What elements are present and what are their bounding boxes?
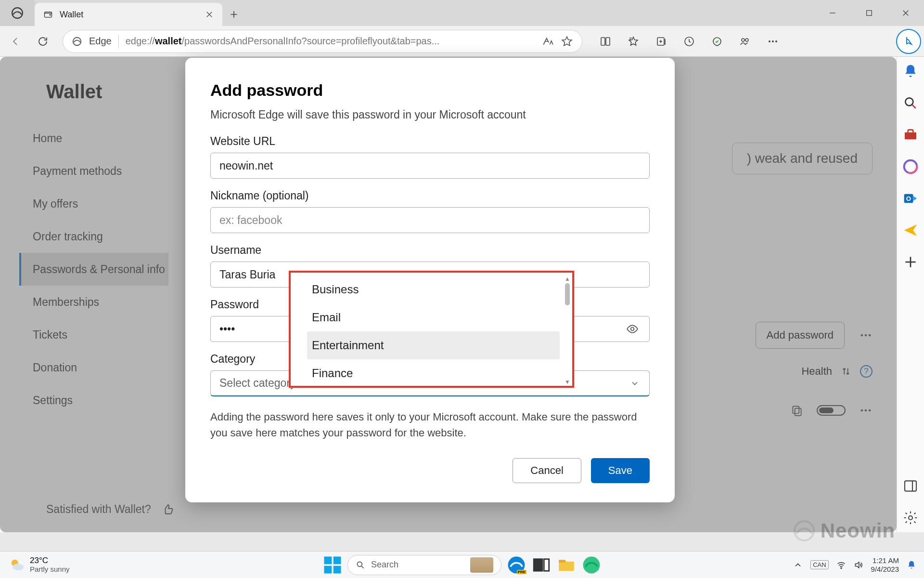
username-label: Username [210,244,650,257]
toolbox-icon[interactable] [903,127,918,143]
performance-icon[interactable] [704,29,731,53]
svg-point-38 [357,562,362,566]
svg-point-9 [742,39,744,41]
windows-taskbar: 23°CPartly sunny Search CAN 1:21 AM9/4/2… [0,551,924,578]
scroll-down-icon[interactable]: ▼ [565,379,570,385]
svg-rect-6 [606,38,610,45]
svg-point-33 [13,564,24,570]
address-url: edge://wallet/passwordsAndPersonalInfo?s… [126,36,535,47]
keyboard-layout[interactable]: CAN [810,560,828,569]
svg-point-13 [775,40,777,42]
category-option-finance[interactable]: Finance [307,359,560,386]
svg-text:O: O [906,195,911,202]
svg-point-22 [905,98,913,105]
dialog-title: Add password [210,81,650,100]
svg-rect-37 [334,565,341,573]
nickname-label: Nickname (optional) [210,189,650,202]
edge-dev-icon[interactable] [506,555,526,575]
window-minimize[interactable] [814,0,851,26]
svg-rect-5 [601,38,605,45]
split-screen-icon[interactable] [592,29,619,53]
svg-point-2 [50,14,51,15]
url-label: Website URL [210,135,650,148]
svg-rect-3 [867,11,872,16]
outlook-icon[interactable]: O [903,191,918,206]
address-product: Edge [89,36,112,47]
send-icon[interactable] [903,223,918,238]
browser-tab[interactable]: Wallet [35,3,222,26]
favorites-icon[interactable] [620,29,647,53]
svg-rect-42 [559,560,565,562]
collections-icon[interactable] [648,29,675,53]
svg-rect-40 [534,559,542,571]
chevron-down-icon [630,379,640,388]
category-option-business[interactable]: Business [307,276,560,303]
scroll-up-icon[interactable]: ▲ [565,276,570,282]
dialog-helper-text: Adding the password here saves it only t… [210,409,650,441]
favorite-star-icon[interactable] [561,35,573,48]
bing-chat-button[interactable] [896,29,921,54]
search-icon [356,560,365,570]
volume-icon[interactable] [854,560,863,570]
window-maximize[interactable] [851,0,887,26]
clock[interactable]: 1:21 AM9/4/2023 [871,556,899,573]
search-widget-icon [470,557,493,573]
wifi-icon[interactable] [836,560,846,570]
browser-toolbar: Edge edge://wallet/passwordsAndPersonalI… [0,26,924,57]
svg-point-10 [745,39,748,41]
save-button[interactable]: Save [591,458,650,483]
settings-icon[interactable] [903,510,918,525]
profile-icon[interactable] [732,29,758,53]
svg-point-44 [841,567,842,568]
start-button[interactable] [322,555,343,575]
new-tab-button[interactable] [222,3,245,26]
svg-rect-23 [905,132,916,140]
svg-rect-35 [334,556,341,564]
refresh-button[interactable] [31,29,55,53]
svg-rect-34 [324,556,332,564]
more-icon[interactable] [759,29,786,53]
address-bar[interactable]: Edge edge://wallet/passwordsAndPersonalI… [63,30,582,53]
svg-rect-41 [544,559,549,571]
address-separator [118,35,119,48]
tray-chevron-icon[interactable] [793,560,803,570]
app-icon [0,0,35,26]
svg-point-11 [769,40,770,42]
cancel-button[interactable]: Cancel [513,458,581,483]
svg-point-30 [631,328,634,331]
nickname-input[interactable]: ex: facebook [210,207,650,233]
weather-widget[interactable]: 23°CPartly sunny [0,556,70,573]
dialog-subtitle: Microsoft Edge will save this password i… [210,108,650,121]
reader-icon[interactable] [541,35,554,48]
task-view-icon[interactable] [531,555,552,575]
svg-point-12 [772,40,774,42]
watermark: Neowin [793,519,895,542]
notifications-icon[interactable] [903,64,918,79]
back-button[interactable] [4,29,28,53]
notification-bell-icon[interactable] [907,560,916,570]
dropdown-scrollbar[interactable]: ▲ ▼ [565,276,570,383]
edge-icon[interactable] [581,555,602,575]
wallet-icon [43,10,53,19]
svg-point-29 [909,516,912,520]
titlebar: Wallet [0,0,924,26]
taskbar-search[interactable]: Search [347,555,501,575]
scroll-thumb[interactable] [565,283,570,305]
window-close[interactable] [887,0,924,26]
svg-rect-36 [324,565,332,573]
close-tab-icon[interactable] [205,10,214,19]
svg-rect-28 [905,481,916,491]
show-password-icon[interactable] [626,323,639,335]
add-sidebar-icon[interactable] [903,254,918,270]
category-option-entertainment[interactable]: Entertainment [307,331,560,359]
category-dropdown: BusinessEmailEntertainmentFinance ▲ ▼ [289,271,574,388]
search-icon[interactable] [903,95,918,111]
file-explorer-icon[interactable] [556,555,577,575]
category-option-email[interactable]: Email [307,303,560,331]
office-icon[interactable] [903,159,918,174]
url-input[interactable]: neowin.net [210,153,650,179]
tab-title: Wallet [60,10,198,20]
history-icon[interactable] [676,29,703,53]
edge-logo-icon [72,36,82,47]
panel-icon[interactable] [903,478,918,494]
